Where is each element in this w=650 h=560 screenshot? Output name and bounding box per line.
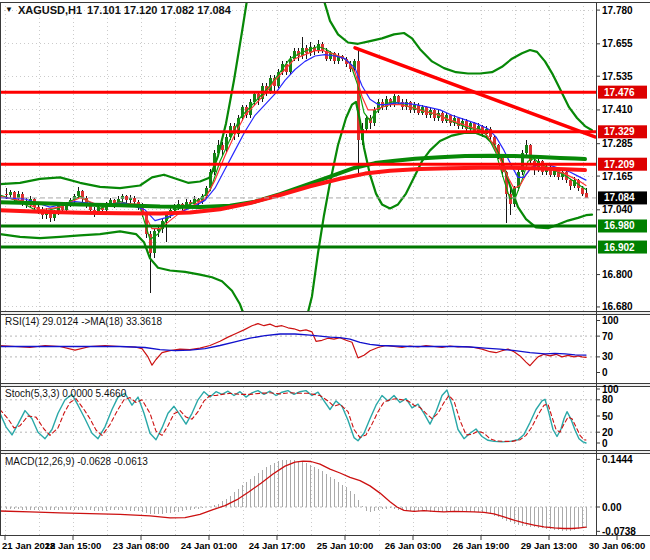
- fast-ma-green: [0, 47, 586, 240]
- price-axis-label: 17.535: [602, 71, 633, 82]
- macd-signal-line: [0, 461, 586, 528]
- candle: [9, 192, 12, 195]
- price-axis-label: 17.285: [602, 138, 633, 149]
- candle: [397, 96, 400, 101]
- chart-canvas[interactable]: 17.78017.65517.53517.41017.28517.16517.0…: [0, 0, 650, 560]
- rsi-scale-label: 100: [602, 315, 619, 326]
- time-axis-label: 23 Jan 08:00: [113, 540, 170, 551]
- stoch-scale-label: 80: [602, 394, 614, 405]
- stoch-scale-label: 50: [602, 411, 614, 422]
- price-axis-label: 17.040: [602, 204, 633, 215]
- time-axis-label: 30 Jan 06:00: [589, 540, 646, 551]
- mid-ma-red: [0, 168, 585, 214]
- macd-histogram: [6, 460, 586, 532]
- price-axis-label: 16.680: [602, 301, 633, 312]
- trading-chart-window: 17.78017.65517.53517.41017.28517.16517.0…: [0, 0, 650, 560]
- rsi-line: [0, 324, 586, 366]
- time-axis-label: 29 Jan 13:00: [521, 540, 578, 551]
- candle: [153, 231, 156, 253]
- candle: [365, 118, 368, 129]
- time-axis[interactable]: 21 Jan 201822 Jan 15:0023 Jan 08:0024 Ja…: [2, 536, 645, 552]
- candle: [409, 102, 412, 110]
- stoch-scale-label: 100: [602, 384, 619, 395]
- rsi-scale-label: 70: [602, 331, 614, 342]
- candle: [253, 94, 256, 102]
- candle: [17, 194, 20, 198]
- price-badge-label: 17.209: [604, 159, 635, 170]
- price-badge-label: 17.476: [604, 87, 635, 98]
- time-axis-label: 25 Jan 10:00: [317, 540, 374, 551]
- price-badge-label: 17.084: [604, 192, 635, 203]
- rsi-indicator-label: RSI(14) 29.0124 ->MA(18) 33.3618: [5, 316, 162, 327]
- price-axis[interactable]: 17.78017.65517.53517.41017.28517.16517.0…: [596, 5, 647, 537]
- candle: [581, 188, 584, 193]
- time-axis-label: 26 Jan 03:00: [385, 540, 442, 551]
- time-axis-label: 24 Jan 01:00: [181, 540, 238, 551]
- candle: [585, 193, 588, 198]
- fast-ma-blue: [0, 55, 586, 221]
- price-axis-label: 17.655: [602, 38, 633, 49]
- rsi-scale-label: 0: [602, 367, 608, 378]
- macd-scale-label: -0.0738: [602, 526, 636, 537]
- rsi-scale-label: 30: [602, 351, 614, 362]
- price-axis-label: 16.800: [602, 269, 633, 280]
- candle: [529, 145, 532, 161]
- price-badge-label: 16.980: [604, 220, 635, 231]
- time-axis-label: 22 Jan 15:00: [45, 540, 102, 551]
- candle: [569, 180, 572, 185]
- candle: [525, 145, 528, 153]
- rsi-panel[interactable]: [0, 324, 596, 366]
- stochastic-signal-line: [0, 393, 586, 442]
- candle: [13, 192, 16, 197]
- stoch-scale-label: 0: [602, 438, 608, 449]
- stochastic-indicator-label: Stoch(5,3,3) 0.0000 5.4660: [5, 388, 126, 399]
- macd-scale-label: 0.00: [602, 502, 622, 513]
- candle: [5, 194, 8, 195]
- price-axis-label: 17.410: [602, 104, 633, 115]
- macd-panel[interactable]: [0, 460, 596, 532]
- time-axis-label: 26 Jan 19:00: [453, 540, 510, 551]
- candle: [77, 191, 80, 196]
- stoch-scale-label: 20: [602, 427, 614, 438]
- price-badge-label: 17.329: [604, 126, 635, 137]
- symbol-dropdown-icon[interactable]: ▼: [5, 6, 13, 14]
- time-axis-label: 24 Jan 17:00: [249, 540, 306, 551]
- price-badge-label: 16.902: [604, 242, 635, 253]
- macd-indicator-label: MACD(12,26,9) -0.0628 -0.0613: [5, 456, 148, 467]
- macd-scale-label: 0.1444: [602, 454, 633, 465]
- price-axis-label: 17.165: [602, 171, 633, 182]
- price-axis-label: 17.780: [602, 5, 633, 16]
- main-price-panel[interactable]: [0, 0, 596, 320]
